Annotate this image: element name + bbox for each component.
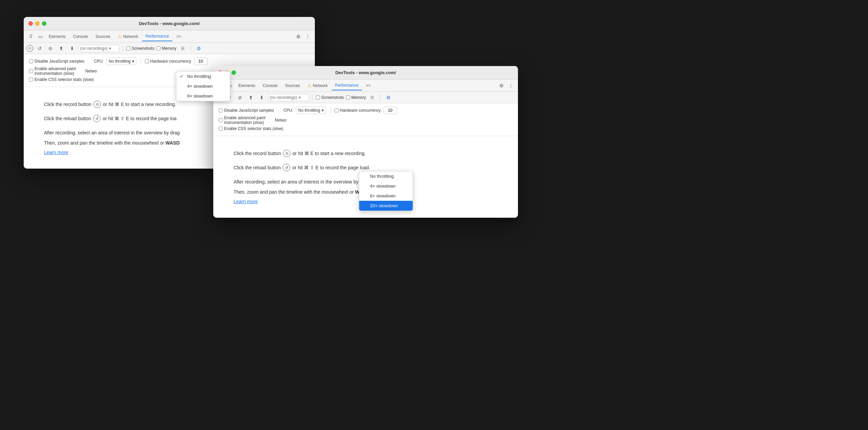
para2-front: Then, zoom and pan the timeline with the… [234,188,471,196]
record-line-front: Click the record button ⊙ or hit ⌘ E to … [234,150,498,157]
disable-js-samples-front[interactable]: Disable JavaScript samples [219,108,274,113]
concurrency-input-back[interactable] [194,58,208,65]
memory-icon-back[interactable]: ⎘ [178,44,187,53]
close-button-back[interactable] [28,21,33,26]
throttle-6x-front[interactable]: 6× slowdown [359,191,413,201]
memory-checkbox-back[interactable]: Memory [156,46,176,51]
window-title-back: DevTools - www.google.com/ [28,21,311,26]
tab-console-front[interactable]: Console [259,81,281,90]
cpu-dropdown-front[interactable]: No throttling ▾ [296,107,326,114]
fullscreen-button-front[interactable] [232,70,236,75]
hw-concurrency-back[interactable]: Hardware concurrency [145,59,191,64]
cpu-dropdown-back[interactable]: No throttling ▾ [106,58,136,65]
settings-area-front: Disable JavaScript samples CPU: No throt… [213,103,518,136]
separator1-front [312,94,312,101]
record-button-back[interactable]: ⊙ [26,45,33,52]
tab-sources-back[interactable]: Sources [92,32,114,41]
cpu-label-front: CPU: [283,108,293,113]
network-label-back: Netwo [85,69,97,73]
throttle-4x-front[interactable]: 4× slowdown [359,181,413,191]
separator2-back [191,45,191,52]
warning-icon-front: ⚠ [307,83,311,88]
warning-icon-back: ⚠ [118,34,122,39]
minimize-button-back[interactable] [35,21,40,26]
separator2-front [380,94,381,101]
enable-paint-front[interactable]: Enable advanced paintinstrumentation (sl… [219,115,265,125]
throttle-4x-back[interactable]: 4× slowdown [176,81,230,91]
settings-gear-front[interactable]: ⚙ [384,93,393,102]
tab-bar-front: ⠿ ▭ Elements Console Sources ⚠ Network P… [213,80,518,92]
tab-performance-front[interactable]: Performance [332,81,362,90]
throttle-20x-front[interactable]: 20× slowdown [359,201,413,211]
cpu-dropdown-menu-back: No throttling 4× slowdown 6× slowdown [176,71,230,101]
memory-checkbox-front[interactable]: Memory [346,95,366,100]
tab-elements-front[interactable]: Elements [235,81,259,90]
toolbar2-back: ⊙ ↺ ⊘ ⬆ ⬇ (no recordings) ▾ Screenshots … [24,43,315,54]
screenshots-checkbox-back[interactable]: Screenshots [126,46,154,51]
more-options-front[interactable]: ⋮ [506,81,515,90]
traffic-lights-back [28,21,46,26]
window-title-front: DevTools - www.google.com/ [217,70,514,75]
title-bar-back: DevTools - www.google.com/ [24,17,315,30]
recordings-select-back[interactable]: (no recordings) ▾ [79,45,119,52]
hw-concurrency-front[interactable]: Hardware concurrency [334,108,381,113]
devtools-icon[interactable]: ⠿ [26,32,35,41]
more-options-back[interactable]: ⋮ [303,32,312,41]
settings-icon-back[interactable]: ⚙ [294,32,303,41]
throttle-6x-back[interactable]: 6× slowdown [176,91,230,101]
cpu-dropdown-menu-front: No throttling 4× slowdown 6× slowdown 20… [359,171,413,211]
reload-button-back[interactable]: ↺ [35,44,44,53]
disable-js-samples-back[interactable]: Disable JavaScript samples [29,59,84,64]
enable-css-front[interactable]: Enable CSS selector stats (slow) [219,126,283,131]
upload-button-front[interactable]: ⬆ [246,93,255,102]
cpu-label-back: CPU: [94,59,104,64]
tab-console-back[interactable]: Console [70,32,91,41]
reload-icon-back: ↺ [93,115,101,122]
reload-line-front: Click the reload button ↺ or hit ⌘ ⇧ E t… [234,164,498,171]
para1-front: After recording, select an area of inter… [234,178,471,186]
throttle-none-front[interactable]: No throttling [359,171,413,181]
learn-more-front[interactable]: Learn more [234,199,258,204]
memory-icon-front[interactable]: ⎘ [368,93,377,102]
settings-row1-back: Disable JavaScript samples CPU: No throt… [29,58,309,65]
concurrency-input-front[interactable] [384,107,397,114]
record-icon-back: ⊙ [93,101,101,108]
tab-sources-front[interactable]: Sources [282,81,303,90]
upload-button-back[interactable]: ⬆ [57,44,66,53]
device-toolbar-icon[interactable]: ▭ [36,32,45,41]
devtools-window-front: DevTools - www.google.com/ ⠿ ▭ Elements … [213,66,518,218]
title-bar-front: DevTools - www.google.com/ [213,66,518,80]
fullscreen-button-back[interactable] [42,21,46,26]
settings-row1-front: Disable JavaScript samples CPU: No throt… [219,107,513,114]
clear-button-front[interactable]: ⊘ [236,93,244,102]
learn-more-back[interactable]: Learn more [44,150,68,155]
enable-css-back[interactable]: Enable CSS selector stats (slow) [29,77,94,82]
tab-network-back[interactable]: ⚠ Network [114,32,142,41]
network-label-front: Netwo [275,118,286,123]
download-button-front[interactable]: ⬇ [257,93,266,102]
recordings-select-front[interactable]: (no recordings) ▾ [268,94,309,101]
enable-paint-back[interactable]: Enable advanced paintinstrumentation (sl… [29,66,76,76]
reload-icon-front: ↺ [283,164,290,171]
settings-row2-front: Enable advanced paintinstrumentation (sl… [219,115,513,125]
tab-performance-back[interactable]: Performance [142,32,172,41]
screenshots-checkbox-front[interactable]: Screenshots [316,95,344,100]
separator1-back [123,45,123,52]
tab-elements-back[interactable]: Elements [45,32,69,41]
tab-more-back[interactable]: >> [173,32,185,41]
toolbar2-front: ⊙ ↺ ⊘ ⬆ ⬇ (no recordings) ▾ Screenshots … [213,92,518,103]
throttle-none-back[interactable]: No throttling [176,71,230,81]
tab-more-front[interactable]: >> [363,81,374,90]
download-button-back[interactable]: ⬇ [68,44,77,53]
settings-icon-front[interactable]: ⚙ [497,81,506,90]
clear-button-back[interactable]: ⊘ [46,44,55,53]
record-icon-front: ⊙ [283,150,290,157]
settings-row3-front: Enable CSS selector stats (slow) [219,126,513,131]
settings-gear-back[interactable]: ⚙ [194,44,203,53]
tab-bar-back: ⠿ ▭ Elements Console Sources ⚠ Network P… [24,30,315,43]
tab-network-front[interactable]: ⚠ Network [304,81,331,90]
